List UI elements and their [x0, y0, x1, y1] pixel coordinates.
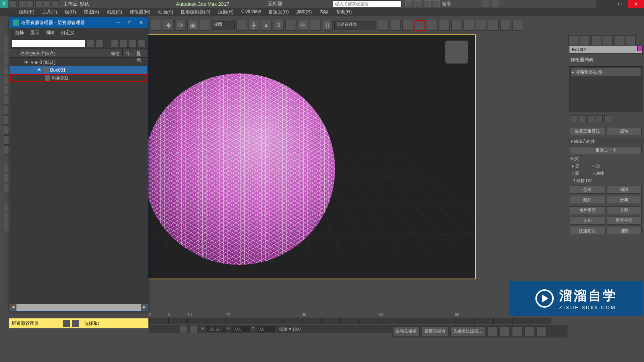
sx-minimize-button[interactable]: —	[113, 18, 124, 27]
slice-plane-button[interactable]: 切片平面	[570, 206, 605, 214]
split-button[interactable]: 分割	[607, 206, 642, 214]
quickslice-button[interactable]: 快速切片	[570, 227, 605, 235]
cut-button[interactable]: 切割	[607, 227, 642, 235]
teapot2-icon[interactable]	[512, 20, 523, 31]
z-value[interactable]: 0.0	[257, 326, 275, 332]
tab-utilities-icon[interactable]	[626, 35, 636, 45]
menu-render[interactable]: 渲染(R)	[214, 8, 237, 16]
sx-clear-icon[interactable]	[87, 39, 94, 47]
sx-scrollbar[interactable]	[16, 304, 141, 311]
lock-icon[interactable]	[180, 326, 187, 333]
render-setup-icon[interactable]	[463, 20, 474, 31]
menu-help[interactable]: 帮助(H)	[332, 8, 356, 16]
save-icon[interactable]	[27, 0, 34, 7]
y-value[interactable]: 0.65	[232, 326, 250, 332]
x-value[interactable]: -29.267	[207, 326, 225, 332]
goto-end-icon[interactable]	[537, 326, 546, 336]
edit-geometry-rollout[interactable]: ▾ 编辑几何体	[568, 138, 644, 145]
teapot-render-icon[interactable]	[488, 20, 499, 31]
menu-content[interactable]: 内容	[315, 8, 332, 16]
sx-col-visibility[interactable]: 可…	[123, 49, 134, 57]
play-icon[interactable]	[512, 326, 522, 336]
setkey-button[interactable]: 设置关键点	[422, 326, 448, 336]
layer2-icon[interactable]	[72, 320, 79, 327]
named-sel-icon[interactable]: {}	[322, 20, 333, 31]
pivot-icon[interactable]: ▲	[261, 20, 272, 31]
menu-graph[interactable]: 图形编辑器(D)	[177, 8, 214, 16]
viewcube-icon[interactable]	[445, 41, 468, 64]
menu-civilview[interactable]: Civil View	[237, 8, 265, 16]
sx-col-vis[interactable]	[10, 49, 18, 57]
sx-expand-icon[interactable]	[138, 39, 146, 47]
sx-filter-icon[interactable]	[96, 39, 104, 47]
show-end-icon[interactable]	[579, 115, 586, 122]
unique-icon[interactable]	[587, 115, 594, 122]
sx-scroll-right[interactable]: ►	[141, 304, 148, 311]
constraint-none-radio[interactable]: ● 无	[571, 163, 579, 169]
login-link[interactable]: 登录	[442, 1, 451, 7]
sx-maximize-button[interactable]: □	[124, 18, 135, 27]
constraint-edge-radio[interactable]: ○ 边	[592, 163, 600, 169]
constraint-normal-radio[interactable]: ○ 法线	[592, 171, 605, 176]
sx-col-freeze[interactable]: 冻结	[108, 49, 123, 57]
menu-view[interactable]: 视图(V)	[80, 8, 103, 16]
exchange-icon[interactable]	[482, 0, 489, 7]
menu-animation[interactable]: 动画(A)	[154, 8, 177, 16]
tab-modify-icon[interactable]	[580, 35, 590, 45]
layer-panel-icon[interactable]	[415, 20, 425, 31]
open-icon[interactable]	[18, 0, 25, 7]
snap3d-icon[interactable]: 3	[273, 20, 284, 31]
workspace-dropdown[interactable]: 工作区: 默认	[63, 1, 89, 7]
select-region-icon[interactable]	[200, 20, 210, 31]
help-icon[interactable]	[492, 0, 499, 7]
eye-icon[interactable]: 👁	[24, 60, 29, 65]
rotate-button[interactable]: 旋转	[607, 127, 642, 135]
key-icon[interactable]	[415, 0, 421, 7]
spinner-snap-icon[interactable]	[310, 20, 320, 31]
star-icon[interactable]	[424, 0, 431, 7]
menu-modifiers[interactable]: 修改器(M)	[126, 8, 154, 16]
sx-add-icon[interactable]	[120, 39, 127, 47]
axis-icon[interactable]: ╋	[249, 20, 259, 31]
menu-create[interactable]: 创建(C)	[103, 8, 126, 16]
selection-set-dropdown[interactable]: 创建选择集	[334, 21, 376, 29]
search-input[interactable]	[333, 0, 402, 7]
user-icon[interactable]	[433, 0, 440, 7]
sx-scroll-left[interactable]: ◄	[10, 304, 16, 311]
retriangulate-button[interactable]: 重复三角算法	[570, 127, 605, 135]
undo-icon[interactable]	[35, 0, 42, 7]
attach-button[interactable]: 附加	[570, 196, 605, 204]
sx-col-name[interactable]: 名称(按升序排序)	[18, 49, 108, 57]
percent-snap-icon[interactable]: %	[298, 20, 308, 31]
autokey-button[interactable]: 自动关键点	[393, 326, 420, 336]
material-editor-icon[interactable]	[451, 20, 462, 31]
reset-plane-button[interactable]: 重置平面	[607, 217, 642, 225]
remove-mod-icon[interactable]	[596, 115, 603, 122]
redo-icon[interactable]	[44, 0, 50, 7]
viewport-dropdown[interactable]: 视图	[212, 21, 235, 29]
config-icon[interactable]	[604, 115, 611, 122]
isolate-icon[interactable]	[190, 326, 197, 333]
object-sphere[interactable]	[144, 73, 335, 265]
constraint-face-radio[interactable]: ○ 面	[571, 171, 579, 176]
preserve-uv-checkbox[interactable]: ☐ 保持 UV	[571, 178, 592, 184]
detach-button[interactable]: 分离	[607, 196, 642, 204]
tab-display-icon[interactable]	[614, 35, 624, 45]
prev-frame-icon[interactable]	[500, 326, 510, 336]
schematic-icon[interactable]	[439, 20, 450, 31]
menu-customize[interactable]: 自定义(U)	[265, 8, 293, 16]
modifier-stack[interactable]: ▸ 可编辑多边形	[569, 66, 642, 112]
snap-icon[interactable]	[236, 20, 247, 31]
pin-stack-icon[interactable]	[571, 115, 577, 122]
collapse-button[interactable]: 塌陷	[607, 186, 642, 194]
mirror-icon[interactable]	[378, 20, 389, 31]
sx-col-display[interactable]: 显示	[134, 49, 148, 57]
time-slider[interactable]	[149, 318, 551, 324]
create-button[interactable]: 创建	[570, 186, 605, 194]
menu-group[interactable]: 组(G)	[61, 8, 80, 16]
link-icon[interactable]	[151, 20, 161, 31]
menu-edit[interactable]: 编辑(E)	[15, 8, 38, 16]
eye-icon[interactable]: 👁	[37, 67, 42, 73]
teapot-icon[interactable]	[500, 20, 511, 31]
sx-menu-select[interactable]: 选择	[15, 29, 24, 36]
